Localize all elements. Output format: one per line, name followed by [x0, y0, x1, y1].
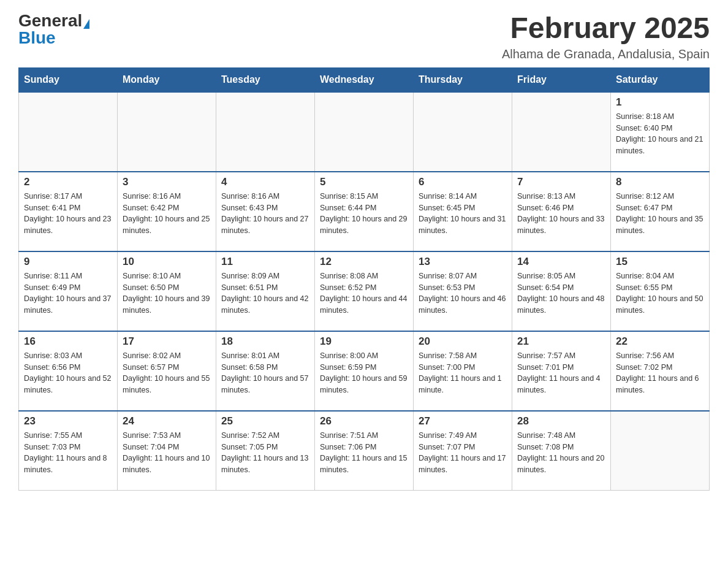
day-number: 17: [123, 335, 211, 348]
day-info: Sunrise: 7:48 AM Sunset: 7:08 PM Dayligh…: [517, 430, 605, 476]
day-number: 28: [517, 415, 605, 427]
day-number: 16: [24, 335, 112, 348]
day-header-thursday: Thursday: [414, 67, 512, 92]
calendar-cell: 4Sunrise: 8:16 AM Sunset: 6:43 PM Daylig…: [216, 172, 315, 251]
day-info: Sunrise: 8:03 AM Sunset: 6:56 PM Dayligh…: [24, 350, 112, 396]
calendar-cell: [19, 92, 118, 172]
day-info: Sunrise: 8:09 AM Sunset: 6:51 PM Dayligh…: [221, 270, 309, 316]
calendar-cell: 2Sunrise: 8:17 AM Sunset: 6:41 PM Daylig…: [19, 172, 118, 251]
calendar-cell: 22Sunrise: 7:56 AM Sunset: 7:02 PM Dayli…: [611, 331, 710, 411]
calendar-cell: 20Sunrise: 7:58 AM Sunset: 7:00 PM Dayli…: [414, 331, 512, 411]
logo-triangle-icon: [83, 19, 89, 29]
calendar-week-row: 23Sunrise: 7:55 AM Sunset: 7:03 PM Dayli…: [19, 411, 710, 491]
calendar-cell: 27Sunrise: 7:49 AM Sunset: 7:07 PM Dayli…: [414, 411, 512, 491]
calendar-cell: 5Sunrise: 8:15 AM Sunset: 6:44 PM Daylig…: [315, 172, 414, 251]
day-info: Sunrise: 8:07 AM Sunset: 6:53 PM Dayligh…: [419, 270, 507, 316]
day-number: 24: [123, 415, 211, 427]
day-number: 18: [221, 335, 309, 348]
day-info: Sunrise: 7:53 AM Sunset: 7:04 PM Dayligh…: [123, 430, 211, 476]
logo-general-row: General: [18, 12, 89, 29]
calendar-cell: 3Sunrise: 8:16 AM Sunset: 6:42 PM Daylig…: [118, 172, 216, 251]
calendar-cell: 17Sunrise: 8:02 AM Sunset: 6:57 PM Dayli…: [118, 331, 216, 411]
calendar-cell: 13Sunrise: 8:07 AM Sunset: 6:53 PM Dayli…: [414, 251, 512, 331]
day-info: Sunrise: 7:55 AM Sunset: 7:03 PM Dayligh…: [24, 430, 112, 476]
calendar-cell: 24Sunrise: 7:53 AM Sunset: 7:04 PM Dayli…: [118, 411, 216, 491]
calendar-header-row: SundayMondayTuesdayWednesdayThursdayFrid…: [19, 67, 710, 92]
day-number: 8: [616, 176, 704, 188]
day-header-monday: Monday: [118, 67, 216, 92]
calendar-cell: [414, 92, 512, 172]
day-number: 27: [419, 415, 507, 427]
calendar-cell: 23Sunrise: 7:55 AM Sunset: 7:03 PM Dayli…: [19, 411, 118, 491]
day-number: 10: [123, 256, 211, 268]
calendar-week-row: 16Sunrise: 8:03 AM Sunset: 6:56 PM Dayli…: [19, 331, 710, 411]
day-header-sunday: Sunday: [19, 67, 118, 92]
calendar-cell: 8Sunrise: 8:12 AM Sunset: 6:47 PM Daylig…: [611, 172, 710, 251]
page-header: General Blue February 2025 Alhama de Gra…: [18, 12, 710, 61]
day-number: 1: [616, 96, 704, 109]
day-header-tuesday: Tuesday: [216, 67, 315, 92]
calendar-cell: 7Sunrise: 8:13 AM Sunset: 6:46 PM Daylig…: [512, 172, 611, 251]
calendar-cell: 18Sunrise: 8:01 AM Sunset: 6:58 PM Dayli…: [216, 331, 315, 411]
day-info: Sunrise: 7:49 AM Sunset: 7:07 PM Dayligh…: [419, 430, 507, 476]
calendar-cell: 10Sunrise: 8:10 AM Sunset: 6:50 PM Dayli…: [118, 251, 216, 331]
day-header-saturday: Saturday: [611, 67, 710, 92]
day-info: Sunrise: 8:17 AM Sunset: 6:41 PM Dayligh…: [24, 191, 112, 237]
day-number: 7: [517, 176, 605, 188]
day-info: Sunrise: 8:01 AM Sunset: 6:58 PM Dayligh…: [221, 350, 309, 396]
calendar-cell: 16Sunrise: 8:03 AM Sunset: 6:56 PM Dayli…: [19, 331, 118, 411]
calendar-cell: 14Sunrise: 8:05 AM Sunset: 6:54 PM Dayli…: [512, 251, 611, 331]
calendar-cell: [315, 92, 414, 172]
day-number: 11: [221, 256, 309, 268]
calendar-cell: 15Sunrise: 8:04 AM Sunset: 6:55 PM Dayli…: [611, 251, 710, 331]
calendar-cell: 11Sunrise: 8:09 AM Sunset: 6:51 PM Dayli…: [216, 251, 315, 331]
calendar-cell: 12Sunrise: 8:08 AM Sunset: 6:52 PM Dayli…: [315, 251, 414, 331]
calendar-cell: 19Sunrise: 8:00 AM Sunset: 6:59 PM Dayli…: [315, 331, 414, 411]
day-number: 25: [221, 415, 309, 427]
day-info: Sunrise: 8:02 AM Sunset: 6:57 PM Dayligh…: [123, 350, 211, 396]
calendar-cell: [118, 92, 216, 172]
day-number: 14: [517, 256, 605, 268]
day-number: 5: [320, 176, 408, 188]
calendar-cell: 25Sunrise: 7:52 AM Sunset: 7:05 PM Dayli…: [216, 411, 315, 491]
day-info: Sunrise: 8:16 AM Sunset: 6:43 PM Dayligh…: [221, 191, 309, 237]
calendar-cell: 21Sunrise: 7:57 AM Sunset: 7:01 PM Dayli…: [512, 331, 611, 411]
calendar-cell: 26Sunrise: 7:51 AM Sunset: 7:06 PM Dayli…: [315, 411, 414, 491]
day-number: 21: [517, 335, 605, 348]
calendar-cell: [216, 92, 315, 172]
logo-general-text: General: [18, 11, 82, 30]
calendar-cell: 28Sunrise: 7:48 AM Sunset: 7:08 PM Dayli…: [512, 411, 611, 491]
day-info: Sunrise: 7:56 AM Sunset: 7:02 PM Dayligh…: [616, 350, 704, 396]
day-header-wednesday: Wednesday: [315, 67, 414, 92]
day-info: Sunrise: 7:58 AM Sunset: 7:00 PM Dayligh…: [419, 350, 507, 396]
day-number: 2: [24, 176, 112, 188]
day-number: 13: [419, 256, 507, 268]
calendar-week-row: 9Sunrise: 8:11 AM Sunset: 6:49 PM Daylig…: [19, 251, 710, 331]
calendar-cell: [611, 411, 710, 491]
day-number: 19: [320, 335, 408, 348]
day-info: Sunrise: 8:16 AM Sunset: 6:42 PM Dayligh…: [123, 191, 211, 237]
day-info: Sunrise: 8:14 AM Sunset: 6:45 PM Dayligh…: [419, 191, 507, 237]
calendar-week-row: 1Sunrise: 8:18 AM Sunset: 6:40 PM Daylig…: [19, 92, 710, 172]
day-info: Sunrise: 7:52 AM Sunset: 7:05 PM Dayligh…: [221, 430, 309, 476]
logo: General Blue: [18, 12, 89, 47]
day-info: Sunrise: 8:10 AM Sunset: 6:50 PM Dayligh…: [123, 270, 211, 316]
day-info: Sunrise: 8:08 AM Sunset: 6:52 PM Dayligh…: [320, 270, 408, 316]
calendar-table: SundayMondayTuesdayWednesdayThursdayFrid…: [18, 67, 710, 491]
day-number: 23: [24, 415, 112, 427]
day-header-friday: Friday: [512, 67, 611, 92]
calendar-week-row: 2Sunrise: 8:17 AM Sunset: 6:41 PM Daylig…: [19, 172, 710, 251]
location-text: Alhama de Granada, Andalusia, Spain: [502, 47, 710, 61]
day-number: 26: [320, 415, 408, 427]
calendar-cell: 1Sunrise: 8:18 AM Sunset: 6:40 PM Daylig…: [611, 92, 710, 172]
day-info: Sunrise: 8:15 AM Sunset: 6:44 PM Dayligh…: [320, 191, 408, 237]
calendar-cell: [512, 92, 611, 172]
day-info: Sunrise: 8:12 AM Sunset: 6:47 PM Dayligh…: [616, 191, 704, 237]
day-info: Sunrise: 8:05 AM Sunset: 6:54 PM Dayligh…: [517, 270, 605, 316]
day-info: Sunrise: 8:18 AM Sunset: 6:40 PM Dayligh…: [616, 111, 704, 157]
day-info: Sunrise: 8:04 AM Sunset: 6:55 PM Dayligh…: [616, 270, 704, 316]
day-info: Sunrise: 7:57 AM Sunset: 7:01 PM Dayligh…: [517, 350, 605, 396]
day-number: 12: [320, 256, 408, 268]
day-number: 15: [616, 256, 704, 268]
day-number: 20: [419, 335, 507, 348]
